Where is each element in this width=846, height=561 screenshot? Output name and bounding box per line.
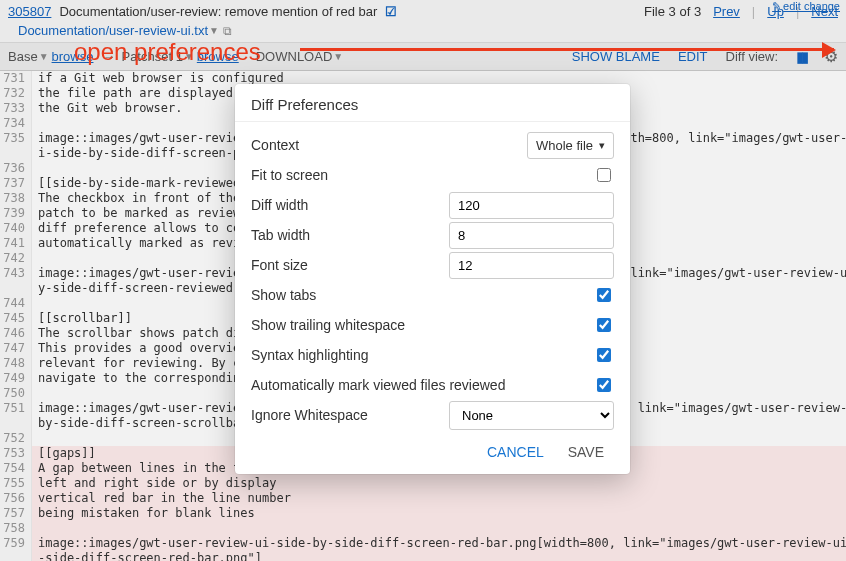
show-tabs-checkbox[interactable] — [597, 288, 611, 302]
line-number — [0, 416, 32, 431]
context-label: Context — [251, 137, 527, 153]
file-path[interactable]: Documentation/user-review-ui.txt — [18, 23, 208, 38]
line-number: 752 — [0, 431, 32, 446]
copy-path-icon[interactable]: ⧉ — [223, 24, 232, 38]
gear-icon[interactable]: ⚙ — [824, 47, 838, 66]
show-trailing-ws-label: Show trailing whitespace — [251, 317, 593, 333]
side-by-side-icon[interactable]: ▮▮ — [796, 48, 806, 66]
line-number: 748 — [0, 356, 32, 371]
chevron-down-icon[interactable]: ▼ — [39, 51, 49, 62]
change-subject: Documentation/user-review: remove mentio… — [59, 4, 377, 19]
download-button[interactable]: DOWNLOAD — [256, 49, 333, 64]
syntax-highlight-label: Syntax highlighting — [251, 347, 593, 363]
line-number: 758 — [0, 521, 32, 536]
code-line[interactable]: 758 — [0, 521, 846, 536]
edit-button[interactable]: EDIT — [678, 49, 708, 64]
line-number: 731 — [0, 71, 32, 86]
reviewed-check-icon[interactable]: ☑ — [385, 4, 397, 19]
tab-width-label: Tab width — [251, 227, 449, 243]
code-text: image::images/gwt-user-review-ui-side-by… — [32, 536, 846, 551]
change-header: 305807 Documentation/user-review: remove… — [0, 0, 846, 23]
browse-patchset-link[interactable]: browse — [197, 49, 239, 64]
change-id-link[interactable]: 305807 — [8, 4, 51, 19]
code-text — [32, 521, 846, 536]
chevron-down-icon: ▾ — [599, 139, 605, 152]
browse-base-link[interactable]: browse — [52, 49, 94, 64]
line-number: 734 — [0, 116, 32, 131]
base-label: Base — [8, 49, 38, 64]
line-number: 738 — [0, 191, 32, 206]
diff-preferences-modal: Diff Preferences Context Whole file ▾ Fi… — [235, 84, 630, 474]
line-number: 754 — [0, 461, 32, 476]
ignore-ws-select[interactable]: None — [449, 401, 614, 430]
line-number: 747 — [0, 341, 32, 356]
pencil-icon: ✎ — [772, 0, 781, 12]
edit-change-label: edit change — [783, 0, 840, 12]
line-number: 759 — [0, 536, 32, 551]
code-text: being mistaken for blank lines — [32, 506, 846, 521]
fit-to-screen-checkbox[interactable] — [597, 168, 611, 182]
prev-file-link[interactable]: Prev — [713, 4, 740, 19]
code-line[interactable]: -side-diff-screen-red-bar.png"] — [0, 551, 846, 561]
line-number — [0, 551, 32, 561]
patchset-label: Patchset 1 — [121, 49, 182, 64]
auto-mark-reviewed-checkbox[interactable] — [597, 378, 611, 392]
line-number: 751 — [0, 401, 32, 416]
code-line[interactable]: 757being mistaken for blank lines — [0, 506, 846, 521]
line-number: 757 — [0, 506, 32, 521]
line-number: 739 — [0, 206, 32, 221]
line-number: 745 — [0, 311, 32, 326]
diff-width-input[interactable] — [449, 192, 614, 219]
cancel-button[interactable]: CANCEL — [477, 438, 554, 466]
tab-width-input[interactable] — [449, 222, 614, 249]
line-number: 740 — [0, 221, 32, 236]
line-number: 756 — [0, 491, 32, 506]
line-number — [0, 281, 32, 296]
chevron-down-icon[interactable]: ▼ — [209, 25, 219, 36]
line-number: 741 — [0, 236, 32, 251]
diff-toolbar: Base▼ browse → Patchset 1▼ browse DOWNLO… — [0, 42, 846, 71]
line-number: 746 — [0, 326, 32, 341]
font-size-label: Font size — [251, 257, 449, 273]
line-number: 735 — [0, 131, 32, 146]
line-number: 737 — [0, 176, 32, 191]
arrow-right-icon: → — [102, 49, 115, 64]
line-number: 736 — [0, 161, 32, 176]
line-number: 743 — [0, 266, 32, 281]
context-value: Whole file — [536, 138, 593, 153]
ignore-ws-label: Ignore Whitespace — [251, 407, 449, 423]
code-text: left and right side or by display — [32, 476, 846, 491]
line-number: 749 — [0, 371, 32, 386]
edit-change-link[interactable]: ✎edit change — [772, 0, 840, 13]
context-select[interactable]: Whole file ▾ — [527, 132, 614, 159]
show-trailing-ws-checkbox[interactable] — [597, 318, 611, 332]
show-tabs-label: Show tabs — [251, 287, 593, 303]
file-progress: File 3 of 3 — [644, 4, 701, 19]
line-number: 750 — [0, 386, 32, 401]
line-number: 755 — [0, 476, 32, 491]
show-blame-button[interactable]: SHOW BLAME — [572, 49, 660, 64]
chevron-down-icon[interactable]: ▼ — [333, 51, 343, 62]
line-number: 744 — [0, 296, 32, 311]
modal-title: Diff Preferences — [235, 84, 630, 122]
font-size-input[interactable] — [449, 252, 614, 279]
chevron-down-icon[interactable]: ▼ — [184, 51, 194, 62]
line-number: 732 — [0, 86, 32, 101]
line-number: 733 — [0, 101, 32, 116]
code-text: vertical red bar in the line number — [32, 491, 846, 506]
auto-mark-reviewed-label: Automatically mark viewed files reviewed — [251, 377, 593, 394]
line-number — [0, 146, 32, 161]
diff-view-label: Diff view: — [726, 49, 779, 64]
save-button[interactable]: SAVE — [558, 438, 614, 466]
line-number: 753 — [0, 446, 32, 461]
line-number: 742 — [0, 251, 32, 266]
code-text: -side-diff-screen-red-bar.png"] — [32, 551, 846, 561]
code-line[interactable]: 756vertical red bar in the line number — [0, 491, 846, 506]
code-line[interactable]: 755left and right side or by display — [0, 476, 846, 491]
syntax-highlight-checkbox[interactable] — [597, 348, 611, 362]
code-line[interactable]: 759image::images/gwt-user-review-ui-side… — [0, 536, 846, 551]
diff-width-label: Diff width — [251, 197, 449, 213]
fit-to-screen-label: Fit to screen — [251, 167, 593, 183]
